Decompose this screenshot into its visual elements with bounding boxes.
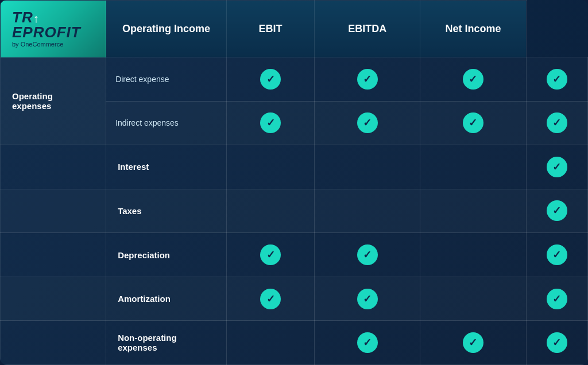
check-icon: ✓ [547, 157, 567, 177]
operating-expenses-label: Operating expenses [1, 57, 106, 145]
check-icon: ✓ [547, 200, 567, 221]
check-icon: ✓ [547, 244, 567, 265]
check-icon: ✓ [260, 112, 281, 133]
check-icon: ✓ [260, 289, 281, 309]
row-label: Amortization [106, 277, 227, 321]
table-row: Depreciation✓✓✓ [1, 233, 588, 277]
check-icon: ✓ [547, 69, 567, 90]
check-icon: ✓ [547, 112, 567, 133]
table-row: Non-operating expenses✓✓✓ [1, 321, 588, 365]
col-ebitda: EBITDA [315, 1, 420, 57]
check-icon: ✓ [260, 69, 281, 90]
check-icon: ✓ [357, 244, 378, 265]
check-icon: ✓ [547, 289, 567, 309]
check-icon: ✓ [463, 332, 483, 353]
comparison-table: TR↑EPROFIT by OneCommerce Operating Inco… [0, 0, 588, 365]
col-net-income: Net Income [420, 1, 526, 57]
check-icon: ✓ [463, 69, 483, 90]
row-label: Depreciation [106, 233, 227, 277]
logo-text: TR↑EPROFIT [12, 10, 94, 40]
table-row: Interest✓ [1, 145, 588, 189]
check-icon: ✓ [547, 332, 567, 353]
col-operating-income: Operating Income [106, 1, 227, 57]
row-label: Taxes [106, 189, 227, 233]
sub-row-label: Indirect expenses [106, 101, 227, 145]
check-icon: ✓ [357, 289, 378, 309]
logo-container: TR↑EPROFIT by OneCommerce [12, 10, 94, 48]
logo-eprofit: EPROFIT [12, 24, 81, 41]
logo-arrow-icon: ↑ [33, 13, 40, 24]
table-row: Amortization✓✓✓ [1, 277, 588, 321]
table-row: Taxes✓ [1, 189, 588, 233]
row-label: Non-operating expenses [106, 321, 227, 365]
check-icon: ✓ [357, 332, 378, 353]
check-icon: ✓ [357, 69, 378, 90]
sub-row-label: Direct expense [106, 57, 227, 102]
logo-subtext: by OneCommerce [12, 41, 63, 48]
check-icon: ✓ [463, 112, 483, 133]
row-label: Interest [106, 145, 227, 189]
table-row: Operating expensesDirect expense✓✓✓✓ [1, 57, 588, 102]
col-ebit: EBIT [226, 1, 314, 57]
logo-header: TR↑EPROFIT by OneCommerce [1, 1, 106, 57]
check-icon: ✓ [357, 112, 378, 133]
check-icon: ✓ [260, 244, 281, 265]
